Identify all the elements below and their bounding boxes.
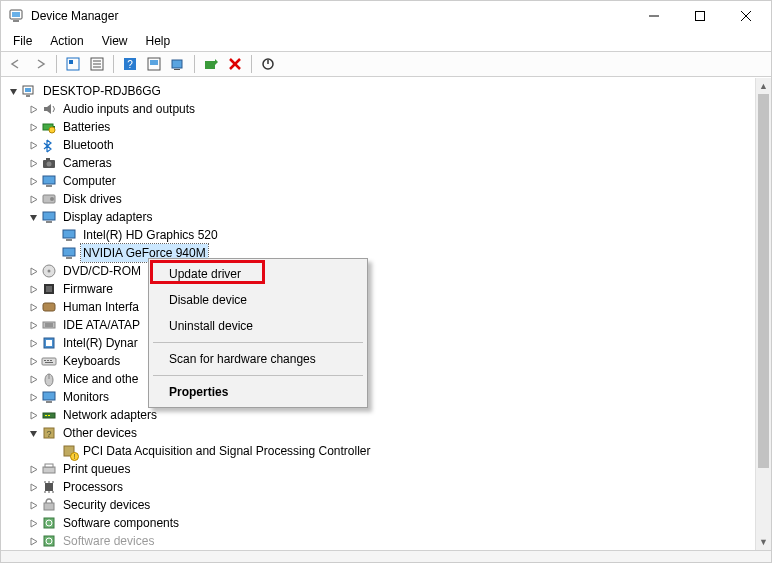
tree-category-printq[interactable]: Print queues bbox=[5, 460, 755, 478]
tree-category-mice[interactable]: Mice and othe bbox=[5, 370, 755, 388]
add-legacy-button[interactable] bbox=[200, 54, 222, 74]
tree-category-dynamic[interactable]: Intel(R) Dynar bbox=[5, 334, 755, 352]
scroll-up-icon[interactable]: ▲ bbox=[756, 78, 771, 94]
tree-item-label: Mice and othe bbox=[61, 370, 140, 388]
context-scan[interactable]: Scan for hardware changes bbox=[151, 346, 365, 372]
scroll-down-icon[interactable]: ▼ bbox=[756, 534, 771, 550]
audio-icon bbox=[41, 101, 57, 117]
toolbar-separator bbox=[113, 55, 114, 73]
computer_root-icon bbox=[21, 83, 37, 99]
device-tree[interactable]: DESKTOP-RDJB6GGAudio inputs and outputsB… bbox=[5, 82, 755, 550]
svg-rect-24 bbox=[25, 88, 31, 92]
toolbar: ? bbox=[1, 51, 771, 77]
show-hidden-button[interactable] bbox=[62, 54, 84, 74]
enable-button[interactable] bbox=[257, 54, 279, 74]
menu-view[interactable]: View bbox=[94, 32, 136, 50]
tree-category-batteries[interactable]: Batteries bbox=[5, 118, 755, 136]
expander-icon[interactable] bbox=[27, 409, 39, 421]
scroll-thumb[interactable] bbox=[758, 94, 769, 468]
tree-category-softdev[interactable]: Software devices bbox=[5, 532, 755, 550]
expander-icon[interactable] bbox=[27, 139, 39, 151]
close-button[interactable] bbox=[723, 1, 769, 31]
tree-category-cameras[interactable]: Cameras bbox=[5, 154, 755, 172]
properties-button[interactable] bbox=[86, 54, 108, 74]
forward-button[interactable] bbox=[29, 54, 51, 74]
svg-rect-19 bbox=[205, 61, 215, 69]
expander-icon[interactable] bbox=[47, 247, 59, 259]
tree-category-other[interactable]: ?Other devices bbox=[5, 424, 755, 442]
tree-category-audio[interactable]: Audio inputs and outputs bbox=[5, 100, 755, 118]
expander-icon[interactable] bbox=[27, 265, 39, 277]
expander-icon[interactable] bbox=[27, 427, 39, 439]
expander-icon[interactable] bbox=[27, 355, 39, 367]
disk-icon bbox=[41, 191, 57, 207]
help-button[interactable]: ? bbox=[119, 54, 141, 74]
tree-category-softcomp[interactable]: Software components bbox=[5, 514, 755, 532]
tree-category-keyboards[interactable]: Keyboards bbox=[5, 352, 755, 370]
tree-item-label: Monitors bbox=[61, 388, 111, 406]
expander-icon[interactable] bbox=[27, 481, 39, 493]
tree-category-computer[interactable]: Computer bbox=[5, 172, 755, 190]
svg-rect-40 bbox=[63, 248, 75, 256]
tree-category-ide[interactable]: IDE ATA/ATAP bbox=[5, 316, 755, 334]
expander-icon[interactable] bbox=[27, 301, 39, 313]
expander-icon[interactable] bbox=[27, 535, 39, 547]
tree-category-dvd[interactable]: DVD/CD-ROM bbox=[5, 262, 755, 280]
context-update[interactable]: Update driver bbox=[151, 261, 365, 287]
svg-rect-63 bbox=[48, 415, 50, 416]
tree-device[interactable]: NVIDIA GeForce 940M bbox=[5, 244, 755, 262]
tree-root[interactable]: DESKTOP-RDJB6GG bbox=[5, 82, 755, 100]
tree-category-monitors[interactable]: Monitors bbox=[5, 388, 755, 406]
uninstall-button[interactable] bbox=[224, 54, 246, 74]
tree-device[interactable]: Intel(R) HD Graphics 520 bbox=[5, 226, 755, 244]
context-disable[interactable]: Disable device bbox=[151, 287, 365, 313]
tree-item-label: Print queues bbox=[61, 460, 132, 478]
expander-icon[interactable] bbox=[27, 121, 39, 133]
menubar: File Action View Help bbox=[1, 31, 771, 51]
tree-device[interactable]: !PCI Data Acquisition and Signal Process… bbox=[5, 442, 755, 460]
expander-icon[interactable] bbox=[27, 337, 39, 349]
menu-help[interactable]: Help bbox=[138, 32, 179, 50]
expander-icon[interactable] bbox=[27, 157, 39, 169]
printq-icon bbox=[41, 461, 57, 477]
tree-category-disk[interactable]: Disk drives bbox=[5, 190, 755, 208]
horizontal-scrollbar[interactable] bbox=[1, 550, 771, 562]
tree-category-hid[interactable]: Human Interfa bbox=[5, 298, 755, 316]
expander-icon[interactable] bbox=[27, 193, 39, 205]
tree-item-label: IDE ATA/ATAP bbox=[61, 316, 142, 334]
tree-category-network[interactable]: Network adapters bbox=[5, 406, 755, 424]
tree-category-bluetooth[interactable]: Bluetooth bbox=[5, 136, 755, 154]
expander-icon[interactable] bbox=[27, 463, 39, 475]
expander-icon[interactable] bbox=[27, 103, 39, 115]
vertical-scrollbar[interactable]: ▲ ▼ bbox=[755, 78, 771, 550]
tree-category-security[interactable]: Security devices bbox=[5, 496, 755, 514]
expander-icon[interactable] bbox=[27, 283, 39, 295]
minimize-button[interactable] bbox=[631, 1, 677, 31]
maximize-button[interactable] bbox=[677, 1, 723, 31]
expander-icon[interactable] bbox=[47, 445, 59, 457]
expander-icon[interactable] bbox=[27, 211, 39, 223]
update-driver-button[interactable] bbox=[143, 54, 165, 74]
context-properties[interactable]: Properties bbox=[151, 379, 365, 405]
context-separator bbox=[153, 342, 363, 343]
scroll-track[interactable] bbox=[756, 94, 771, 534]
expander-icon[interactable] bbox=[27, 499, 39, 511]
back-button[interactable] bbox=[5, 54, 27, 74]
scan-hardware-button[interactable] bbox=[167, 54, 189, 74]
expander-icon[interactable] bbox=[27, 319, 39, 331]
expander-icon[interactable] bbox=[27, 517, 39, 529]
tree-category-display[interactable]: Display adapters bbox=[5, 208, 755, 226]
tree-item-label: Human Interfa bbox=[61, 298, 141, 316]
expander-icon[interactable] bbox=[27, 391, 39, 403]
context-uninstall[interactable]: Uninstall device bbox=[151, 313, 365, 339]
expander-icon[interactable] bbox=[7, 85, 19, 97]
softcomp-icon bbox=[41, 515, 57, 531]
menu-action[interactable]: Action bbox=[42, 32, 91, 50]
tree-category-processors[interactable]: Processors bbox=[5, 478, 755, 496]
svg-point-28 bbox=[49, 127, 55, 133]
tree-category-firmware[interactable]: Firmware bbox=[5, 280, 755, 298]
menu-file[interactable]: File bbox=[5, 32, 40, 50]
expander-icon[interactable] bbox=[27, 175, 39, 187]
expander-icon[interactable] bbox=[27, 373, 39, 385]
expander-icon[interactable] bbox=[47, 229, 59, 241]
